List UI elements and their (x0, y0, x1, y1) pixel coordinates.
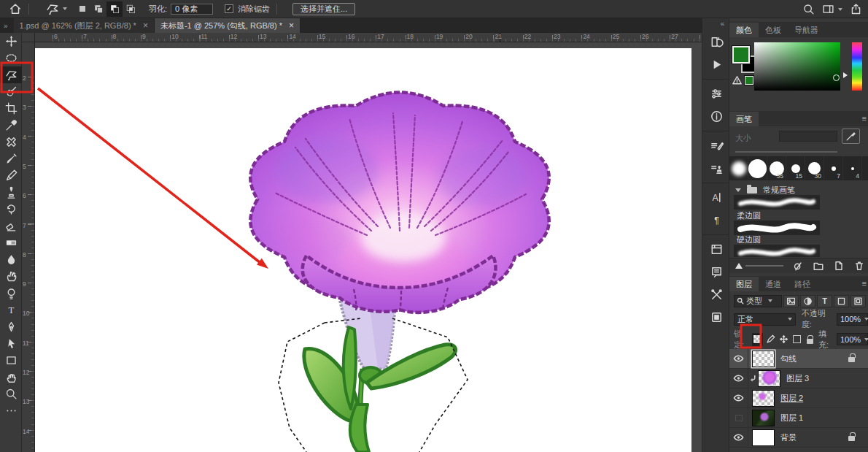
libraries-icon[interactable] (702, 238, 730, 261)
collapse-panels-chevron[interactable]: « (702, 18, 729, 31)
marquee-tool[interactable] (0, 50, 22, 66)
brush-preset[interactable]: 30 (805, 156, 824, 180)
opacity-select[interactable]: 100% (837, 313, 868, 326)
layer-thumbnail[interactable] (752, 390, 775, 407)
paragraph-icon[interactable]: ¶ (702, 209, 730, 231)
type-tool[interactable]: T (0, 302, 22, 318)
search-icon[interactable] (802, 3, 815, 15)
lock-position-button[interactable] (778, 333, 789, 346)
brush-size-slider[interactable] (735, 151, 837, 153)
gamut-warning-icon[interactable] (732, 75, 743, 85)
size-slider-handle[interactable] (735, 263, 743, 269)
layer-name[interactable]: 图层 2 (780, 393, 803, 404)
filter-adjustment-layers-icon[interactable] (800, 295, 815, 307)
delete-icon[interactable] (853, 260, 865, 272)
smudge-tool[interactable] (0, 268, 22, 285)
canvas[interactable] (35, 42, 702, 452)
tab-navigator[interactable]: 导航器 (788, 23, 825, 37)
feather-input[interactable]: 0 像素 (171, 4, 213, 15)
filter-smart-objects-icon[interactable] (850, 295, 866, 307)
brush-item-hard-round[interactable] (734, 221, 820, 235)
brush-name[interactable]: 硬边圆 (737, 234, 761, 245)
visibility-toggle[interactable] (729, 388, 748, 408)
brush-preset[interactable]: 35 (767, 156, 786, 180)
notes-icon[interactable] (702, 261, 730, 283)
learn-icon[interactable] (702, 306, 730, 329)
brush-preset[interactable]: 15 (786, 156, 805, 180)
layer-row-layer1[interactable]: 图层 1 (729, 408, 868, 428)
brush-item-soft-round[interactable] (734, 195, 820, 210)
document-tab-1psd[interactable]: 1.psd @ 162% (图层 2, RGB/8) * × (14, 18, 155, 33)
lock-transparent-pixels-button[interactable] (752, 333, 763, 346)
color-field[interactable] (754, 42, 840, 91)
brush-tool[interactable] (0, 150, 22, 167)
layer-row-layer2[interactable]: 图层 2 (729, 388, 868, 408)
layer-thumbnail[interactable] (758, 370, 780, 387)
workspace-switcher[interactable] (822, 3, 842, 15)
color-field-cursor[interactable] (833, 74, 840, 81)
move-tool[interactable] (0, 33, 22, 50)
layer-filter-select[interactable]: 类型 (734, 295, 782, 307)
panel-menu-icon[interactable]: ≡ (862, 114, 866, 123)
blur-tool[interactable] (0, 251, 22, 268)
subtract-from-selection-button[interactable] (106, 1, 123, 17)
rectangle-tool[interactable] (0, 352, 22, 369)
tab-channels[interactable]: 通道 (759, 277, 788, 291)
character-icon[interactable]: A (702, 186, 730, 209)
close-icon[interactable]: × (143, 20, 148, 31)
clone-source-icon[interactable] (702, 157, 730, 180)
add-to-selection-button[interactable] (90, 1, 106, 17)
new-folder-icon[interactable] (813, 260, 824, 272)
lock-artboard-button[interactable] (791, 333, 802, 346)
brush-size-input[interactable] (779, 131, 837, 142)
properties-icon[interactable] (702, 83, 730, 105)
path-selection-tool[interactable] (0, 335, 22, 352)
lasso-tool[interactable] (0, 66, 22, 83)
brush-settings-icon[interactable] (702, 134, 730, 157)
tab-layers[interactable]: 图层 (729, 277, 759, 291)
layer-thumbnail[interactable] (752, 429, 775, 446)
layer-name[interactable]: 图层 1 (780, 413, 803, 424)
tab-brushes[interactable]: 画笔 (729, 112, 759, 126)
panel-foreground-swatch[interactable] (732, 46, 750, 64)
toggle-stroke-preview-icon[interactable] (792, 260, 804, 272)
brush-preset[interactable] (729, 156, 748, 180)
tab-paths[interactable]: 路径 (788, 277, 817, 291)
quick-selection-tool[interactable] (0, 83, 22, 100)
blend-mode-select[interactable]: 正常 (734, 313, 796, 326)
home-icon[interactable] (9, 2, 22, 15)
edit-toolbar[interactable] (0, 402, 22, 419)
layer-thumbnail[interactable] (752, 351, 775, 367)
panel-menu-icon[interactable]: ≡ (862, 279, 866, 288)
tab-overflow-chevron[interactable]: » (4, 22, 8, 30)
eraser-tool[interactable] (0, 218, 22, 234)
history-brush-tool[interactable] (0, 201, 22, 218)
visibility-toggle[interactable] (729, 428, 748, 448)
layer-name[interactable]: 背景 (780, 432, 797, 443)
eyedropper-tool[interactable] (0, 117, 22, 134)
layer-row-gouxian[interactable]: 勾线 (729, 349, 868, 369)
layer-row-layer3[interactable]: 图层 3 (729, 369, 868, 388)
tab-color[interactable]: 颜色 (729, 23, 759, 37)
tab-swatches[interactable]: 色板 (759, 23, 788, 37)
dodge-tool[interactable] (0, 285, 22, 302)
intersect-selection-button[interactable] (123, 1, 139, 17)
brush-item[interactable] (734, 245, 820, 257)
document-tab-untitled1[interactable]: 未标题-1 @ 257% (勾线, RGB/8) * × (155, 18, 301, 33)
hue-slider[interactable] (852, 42, 862, 91)
antialias-checkbox[interactable]: ✓ (225, 4, 233, 13)
horizontal-ruler[interactable]: 6789101112131415161718192021222324252627 (35, 33, 702, 42)
filter-shape-layers-icon[interactable] (834, 295, 849, 307)
history-icon[interactable] (702, 31, 730, 53)
layer-name[interactable]: 勾线 (780, 353, 797, 364)
brush-folder-row[interactable]: 常规画笔 (729, 184, 868, 196)
filter-pixel-layers-icon[interactable] (783, 295, 799, 307)
tool-presets-icon[interactable] (702, 283, 730, 306)
brush-stroke-preview-button[interactable] (842, 129, 860, 144)
gamut-color-swatch[interactable] (745, 76, 753, 85)
new-brush-icon[interactable] (833, 260, 845, 272)
pen-tool[interactable] (0, 318, 22, 335)
actions-icon[interactable] (702, 53, 730, 76)
size-slider-track[interactable] (745, 265, 783, 267)
filter-type-layers-icon[interactable]: T (817, 295, 832, 307)
